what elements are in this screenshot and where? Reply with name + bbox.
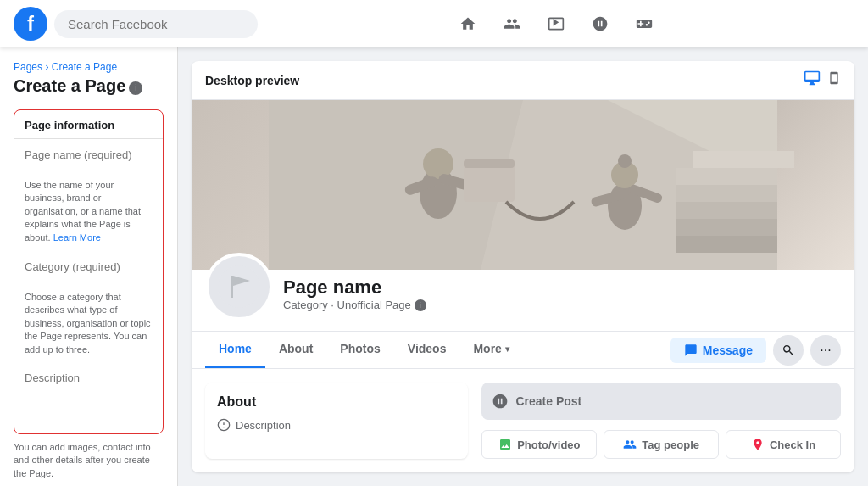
svg-rect-8	[464, 159, 515, 168]
message-button[interactable]: Message	[670, 338, 766, 363]
breadcrumb: Pages › Create a Page	[14, 61, 164, 73]
description-input[interactable]	[25, 371, 153, 422]
svg-rect-16	[676, 202, 777, 219]
fb-content: About Description Create Post	[192, 369, 854, 472]
svg-point-25	[223, 427, 224, 427]
marketplace-nav-btn[interactable]	[580, 3, 620, 44]
friends-nav-btn[interactable]	[492, 3, 532, 44]
section-header: Page information	[14, 110, 163, 139]
fb-page-category: Category · Unofficial Page i	[283, 299, 426, 311]
svg-rect-17	[676, 219, 777, 236]
svg-rect-19	[693, 151, 794, 168]
left-panel: Pages › Create a Page Create a Page i Pa…	[0, 47, 178, 486]
page-info: Page name Category · Unofficial Page i	[192, 253, 854, 331]
breadcrumb-pages[interactable]: Pages	[14, 61, 42, 73]
category-hint: Choose a category that describes what ty…	[14, 282, 163, 363]
tab-videos[interactable]: Videos	[394, 332, 460, 368]
facebook-logo: f	[14, 7, 47, 41]
tab-about[interactable]: About	[265, 332, 326, 368]
page-name-hint: Use the name of your business, brand or …	[14, 170, 163, 251]
page-search-button[interactable]	[773, 335, 804, 366]
category-input[interactable]	[25, 260, 153, 273]
desktop-icon[interactable]	[804, 70, 821, 91]
fb-page-name: Page name	[283, 277, 426, 299]
gaming-nav-btn[interactable]	[624, 3, 665, 44]
more-chevron-icon: ▾	[505, 344, 509, 354]
tab-more[interactable]: More ▾	[459, 332, 522, 368]
page-name-section: Page name Category · Unofficial Page i	[283, 253, 426, 311]
page-layout: Pages › Create a Page Create a Page i Pa…	[0, 47, 868, 486]
right-box: Create Post Photo/video Tag people	[481, 383, 841, 459]
svg-rect-18	[676, 236, 777, 253]
category-info-icon[interactable]: i	[415, 299, 426, 311]
mobile-icon[interactable]	[827, 70, 841, 91]
about-title: About	[217, 394, 456, 410]
top-nav: f	[0, 0, 868, 47]
category-field	[14, 251, 163, 282]
check-in-button[interactable]: Check In	[726, 430, 841, 459]
page-info-section: Page information Use the name of your bu…	[14, 109, 164, 434]
nav-icons	[448, 3, 665, 44]
description-field	[14, 363, 163, 433]
post-action-bar: Photo/video Tag people Check In	[481, 430, 841, 459]
breadcrumb-create: Create a Page	[52, 61, 117, 73]
can-add-text: You can add images, contact info and oth…	[14, 441, 164, 480]
right-panel: Desktop preview	[178, 47, 868, 486]
info-icon[interactable]: i	[129, 81, 142, 95]
watch-nav-btn[interactable]	[536, 3, 576, 44]
tag-people-button[interactable]: Tag people	[604, 430, 719, 459]
svg-point-4	[423, 148, 453, 179]
page-title: Create a Page	[14, 76, 125, 96]
page-name-input[interactable]	[25, 148, 153, 161]
about-desc: Description	[217, 418, 456, 432]
nav-actions: Message ···	[670, 335, 841, 366]
page-name-field	[14, 139, 163, 170]
page-more-button[interactable]: ···	[810, 335, 841, 366]
fb-nav-tabs: Home About Photos Videos More ▾ Message	[192, 331, 854, 369]
page-avatar	[205, 253, 273, 321]
form-section: Pages › Create a Page Create a Page i Pa…	[14, 61, 164, 434]
search-input[interactable]	[54, 10, 258, 38]
photo-video-button[interactable]: Photo/video	[481, 430, 597, 459]
preview-label: Desktop preview	[205, 74, 299, 87]
bottom-section: You can add images, contact info and oth…	[14, 434, 164, 486]
cover-photo	[192, 100, 854, 270]
svg-rect-15	[676, 185, 777, 202]
tab-photos[interactable]: Photos	[326, 332, 393, 368]
tab-home[interactable]: Home	[205, 332, 265, 368]
learn-more-link[interactable]: Learn More	[53, 232, 101, 243]
preview-icon-group	[804, 70, 841, 91]
home-nav-btn[interactable]	[448, 3, 488, 44]
preview-container: Desktop preview	[192, 61, 854, 472]
svg-rect-20	[218, 265, 260, 308]
about-box: About Description	[205, 383, 468, 459]
svg-rect-14	[676, 168, 777, 185]
svg-point-11	[618, 154, 632, 168]
preview-header: Desktop preview	[192, 61, 854, 100]
svg-rect-21	[231, 276, 233, 298]
create-post-button[interactable]: Create Post	[481, 383, 841, 420]
